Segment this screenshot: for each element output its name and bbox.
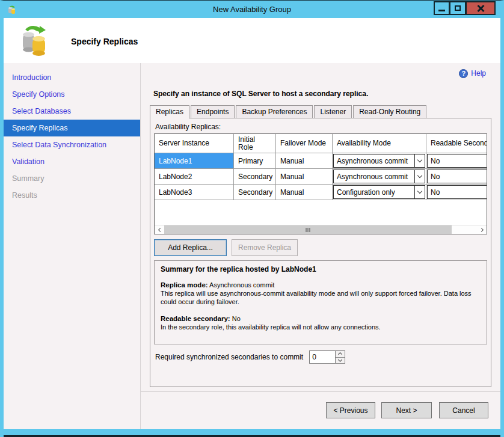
readable-secondary-value: No xyxy=(232,315,241,322)
cell-availability-mode: Asynchronous commit xyxy=(333,169,426,184)
cell-server-instance[interactable]: LabNode3 xyxy=(155,185,234,200)
help-icon: ? xyxy=(459,69,468,78)
grid-label: Availability Replicas: xyxy=(155,123,487,131)
remove-replica-button: Remove Replica xyxy=(232,239,298,256)
readable-secondary-dropdown[interactable]: No xyxy=(427,154,487,168)
cell-failover-mode[interactable]: Manual xyxy=(276,185,333,200)
help-link[interactable]: Help xyxy=(471,69,486,78)
cell-readable-secondary: No xyxy=(426,185,487,200)
cell-failover-mode[interactable]: Manual xyxy=(276,153,333,168)
instruction-text: Specify an instance of SQL Server to hos… xyxy=(153,90,500,98)
window-bottom-border xyxy=(4,429,500,437)
cell-availability-mode: Configuration only xyxy=(333,185,426,200)
sidebar-item-select-data-synchronization[interactable]: Select Data Synchronization xyxy=(4,136,140,153)
tab-strip: Replicas Endpoints Backup Preferences Li… xyxy=(150,105,500,118)
readable-secondary-dropdown[interactable]: No xyxy=(427,170,487,183)
window-title: New Availability Group xyxy=(4,5,500,14)
cell-initial-role[interactable]: Secondary xyxy=(234,169,276,184)
replicas-tab-panel: Availability Replicas: Server Instance I… xyxy=(150,118,491,387)
tab-listener[interactable]: Listener xyxy=(314,105,352,118)
wizard-header: Specify Replicas xyxy=(4,18,500,63)
chevron-down-icon[interactable] xyxy=(414,170,425,183)
chevron-down-icon[interactable] xyxy=(414,154,425,167)
replica-mode-description: This replica will use asynchronous-commi… xyxy=(161,289,481,306)
quorum-spinner xyxy=(309,350,345,364)
summary-title: Summary for the replica hosted by LabNod… xyxy=(161,265,481,274)
chevron-down-icon[interactable] xyxy=(414,186,425,198)
cell-initial-role[interactable]: Primary xyxy=(234,153,276,168)
sidebar-item-specify-replicas[interactable]: Specify Replicas xyxy=(4,120,140,136)
availability-mode-dropdown[interactable]: Configuration only xyxy=(333,185,425,199)
sidebar-item-summary: Summary xyxy=(4,170,140,187)
tab-endpoints[interactable]: Endpoints xyxy=(191,105,235,118)
table-row: LabNode3 Secondary Manual Configuration … xyxy=(155,185,487,200)
cancel-button[interactable]: Cancel xyxy=(439,402,488,418)
sidebar-item-results: Results xyxy=(4,187,140,204)
sidebar-item-validation[interactable]: Validation xyxy=(4,153,140,170)
readable-secondary-description: In the secondary role, this availability… xyxy=(161,323,481,331)
next-button[interactable]: Next > xyxy=(381,402,432,418)
col-server-instance: Server Instance xyxy=(155,134,234,153)
cell-server-instance[interactable]: LabNode2 xyxy=(155,169,234,184)
dialog-window: New Availability Group Specify Replicas xyxy=(0,0,504,437)
previous-button[interactable]: < Previous xyxy=(326,402,375,418)
quorum-input[interactable] xyxy=(310,351,335,363)
cell-server-instance[interactable]: LabNode1 xyxy=(155,153,234,168)
close-button[interactable] xyxy=(466,1,496,15)
replica-summary-panel: Summary for the replica hosted by LabNod… xyxy=(154,260,487,344)
replica-mode-label: Replica mode: xyxy=(161,281,208,289)
replica-database-icon xyxy=(19,25,51,57)
maximize-icon xyxy=(455,5,461,11)
cell-failover-mode[interactable]: Manual xyxy=(276,169,333,184)
table-row: LabNode2 Secondary Manual Asynchronous c… xyxy=(155,169,487,185)
wizard-footer: < Previous Next > Cancel xyxy=(141,391,500,429)
sidebar-item-specify-options[interactable]: Specify Options xyxy=(4,86,140,103)
cell-initial-role[interactable]: Secondary xyxy=(234,185,276,200)
col-initial-role: Initial Role xyxy=(234,134,276,153)
sidebar-item-select-databases[interactable]: Select Databases xyxy=(4,103,140,120)
readable-secondary-label: Readable secondary: xyxy=(161,315,230,322)
scrollbar-thumb[interactable] xyxy=(164,225,452,234)
sidebar-item-introduction[interactable]: Introduction xyxy=(4,69,140,86)
cell-readable-secondary: No xyxy=(426,153,487,168)
tab-backup-preferences[interactable]: Backup Preferences xyxy=(236,105,313,118)
readable-secondary-dropdown[interactable]: No xyxy=(427,185,487,199)
col-readable-secondary: Readable Secondary xyxy=(426,134,487,153)
replica-mode-value: Asynchronous commit xyxy=(209,281,274,289)
scroll-right-icon[interactable] xyxy=(477,225,487,234)
cell-readable-secondary: No xyxy=(426,169,487,184)
tab-replicas[interactable]: Replicas xyxy=(150,105,189,118)
minimize-button[interactable] xyxy=(434,1,450,15)
wizard-content: ? Help Specify an instance of SQL Server… xyxy=(141,63,500,429)
quorum-label: Required synchronized secondaries to com… xyxy=(155,353,303,361)
table-row: LabNode1 Primary Manual Asynchronous com… xyxy=(155,153,487,169)
minimize-icon xyxy=(438,10,445,11)
scroll-left-icon[interactable] xyxy=(155,225,164,234)
tab-read-only-routing[interactable]: Read-Only Routing xyxy=(353,105,426,118)
availability-mode-dropdown[interactable]: Asynchronous commit xyxy=(333,154,425,168)
availability-replicas-grid: Server Instance Initial Role Failover Mo… xyxy=(154,133,487,234)
add-replica-button[interactable]: Add Replica... xyxy=(154,239,227,256)
titlebar[interactable]: New Availability Group xyxy=(4,1,500,18)
maximize-button[interactable] xyxy=(450,1,466,15)
col-availability-mode: Availability Mode xyxy=(333,134,426,153)
spinner-up-icon[interactable] xyxy=(336,351,345,358)
gripper-icon xyxy=(307,228,309,232)
col-failover-mode: Failover Mode xyxy=(276,134,333,153)
grid-header-row: Server Instance Initial Role Failover Mo… xyxy=(155,134,487,153)
page-title: Specify Replicas xyxy=(71,37,138,46)
wizard-steps-sidebar: Introduction Specify Options Select Data… xyxy=(4,63,141,429)
cell-availability-mode: Asynchronous commit xyxy=(333,153,426,168)
spinner-down-icon[interactable] xyxy=(336,358,345,364)
availability-mode-dropdown[interactable]: Asynchronous commit xyxy=(333,170,425,183)
scrollbar-track[interactable] xyxy=(452,225,477,234)
close-icon xyxy=(477,5,484,12)
horizontal-scrollbar[interactable] xyxy=(155,225,487,234)
